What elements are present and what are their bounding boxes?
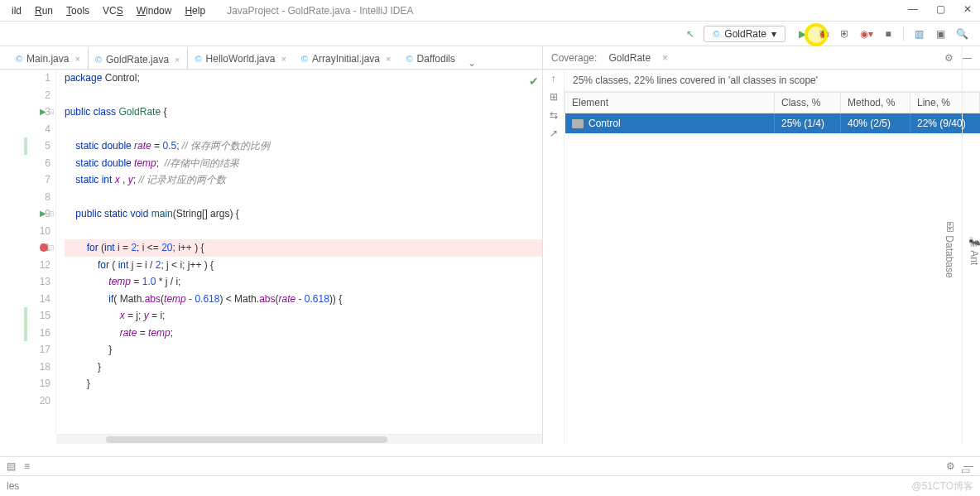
debug-icon[interactable]: 🐞 — [815, 26, 832, 42]
editor-tabs: Main.java× GoldRate.java× HelloWorld.jav… — [0, 46, 542, 70]
toolbar: ↖ GoldRate ▾ ▶ 🐞 ⛨ ◉▾ ■ ▥ ▣ 🔍 — [0, 22, 980, 46]
coverage-summary: 25% classes, 22% lines covered in 'all c… — [564, 70, 980, 92]
class-icon — [16, 53, 22, 65]
class-icon — [195, 53, 202, 65]
goto-icon[interactable]: ▣ — [932, 26, 949, 42]
status-left: les — [7, 480, 19, 492]
structure-tool-icon[interactable]: ▤ — [7, 460, 16, 472]
build-icon[interactable]: ↖ — [682, 26, 699, 42]
editor-area: Main.java× GoldRate.java× HelloWorld.jav… — [0, 46, 543, 444]
menu-help[interactable]: Help — [178, 5, 212, 17]
export-icon[interactable]: ↗ — [550, 128, 558, 139]
run-config-name: GoldRate — [724, 28, 766, 40]
coverage-table: Element Class, % Method, % Line, % Contr… — [564, 92, 980, 133]
col-element[interactable]: Element — [565, 93, 775, 113]
ant-tool[interactable]: 🐜 Ant — [968, 235, 980, 265]
coverage-title: Coverage: — [551, 52, 597, 64]
up-icon[interactable]: ↑ — [551, 73, 556, 84]
right-tool-rail: 🐜 Ant 🗄 Database — [962, 46, 980, 444]
close-button[interactable]: ✕ — [963, 3, 972, 15]
flatten-icon[interactable]: ⊞ — [550, 91, 558, 103]
class-icon — [95, 54, 102, 65]
gutter[interactable]: 123▶⊟456789▶⊟1011⊟121314151617181920 — [0, 70, 56, 434]
close-icon[interactable]: × — [281, 54, 286, 64]
window-title: JavaProject - GoldRate.java - IntelliJ I… — [227, 5, 413, 17]
tab-helloworld[interactable]: HelloWorld.java× — [188, 48, 294, 69]
structure-icon[interactable]: ▥ — [910, 26, 927, 42]
minimize-button[interactable]: — — [908, 3, 918, 15]
horizontal-scrollbar[interactable] — [56, 434, 542, 444]
scrollbar-thumb[interactable] — [106, 436, 387, 443]
coverage-panel: Coverage: GoldRate × ⚙ — ↑ ⊞ ⇆ ↗ 25% cla… — [543, 46, 980, 444]
class-icon — [406, 53, 412, 65]
todo-tool-icon[interactable]: ≡ — [24, 460, 30, 472]
menu-window[interactable]: Window — [130, 5, 179, 17]
separator — [903, 26, 904, 41]
run-config-selector[interactable]: GoldRate ▾ — [704, 26, 785, 42]
tool-window-bar: ▤ ≡ ⚙ — — [0, 456, 980, 476]
coverage-toolbar: ↑ ⊞ ⇆ ↗ — [543, 70, 564, 444]
run-icon[interactable]: ▶ — [794, 26, 810, 42]
close-icon[interactable]: × — [175, 55, 180, 65]
code-content[interactable]: package Control;public class GoldRate { … — [56, 70, 542, 434]
coverage-header: Coverage: GoldRate × ⚙ — — [543, 46, 980, 70]
tabs-overflow-icon[interactable]: ⌄ — [463, 57, 481, 69]
close-icon[interactable]: × — [662, 52, 668, 64]
tab-main[interactable]: Main.java× — [8, 48, 88, 69]
stop-icon[interactable]: ■ — [880, 26, 896, 42]
watermark: @51CTO博客 — [911, 479, 973, 494]
tab-goldrate[interactable]: GoldRate.java× — [88, 48, 188, 70]
close-icon[interactable]: × — [386, 54, 391, 64]
class-icon — [713, 28, 719, 40]
profile-icon[interactable]: ◉▾ — [858, 26, 875, 42]
maximize-button[interactable]: ▢ — [936, 3, 945, 15]
menu-bar: ild Run Tools VCS Window Help JavaProjec… — [0, 0, 980, 22]
gear-icon[interactable]: ⚙ — [946, 460, 955, 472]
search-icon[interactable]: 🔍 — [954, 26, 970, 42]
close-icon[interactable]: × — [74, 54, 79, 64]
class-icon — [301, 53, 308, 65]
tab-arrayinitial[interactable]: ArrayInitial.java× — [294, 48, 399, 69]
database-tool[interactable]: 🗄 Database — [944, 222, 955, 278]
coverage-run-name: GoldRate — [608, 52, 651, 64]
col-method[interactable]: Method, % — [841, 93, 910, 113]
tab-daffodils[interactable]: Daffodils — [398, 48, 463, 69]
chevron-down-icon: ▾ — [771, 28, 776, 40]
nav-icon[interactable]: ⇆ — [550, 109, 558, 121]
status-bar: les @51CTO博客 — [0, 476, 980, 496]
folder-icon — [572, 119, 584, 128]
coverage-row[interactable]: Control 25% (1/4) 40% (2/5) 22% (9/40) — [565, 113, 980, 134]
coverage-icon[interactable]: ⛨ — [837, 26, 853, 42]
menu-build[interactable]: ild — [5, 5, 28, 17]
menu-vcs[interactable]: VCS — [96, 5, 130, 17]
menu-tools[interactable]: Tools — [60, 5, 96, 17]
code-editor[interactable]: ✔ 123▶⊟456789▶⊟1011⊟121314151617181920 p… — [0, 70, 542, 434]
col-class[interactable]: Class, % — [775, 93, 841, 113]
event-log-icon[interactable]: ▭ — [961, 465, 970, 476]
menu-run[interactable]: Run — [28, 5, 60, 17]
gear-icon[interactable]: ⚙ — [944, 52, 954, 64]
